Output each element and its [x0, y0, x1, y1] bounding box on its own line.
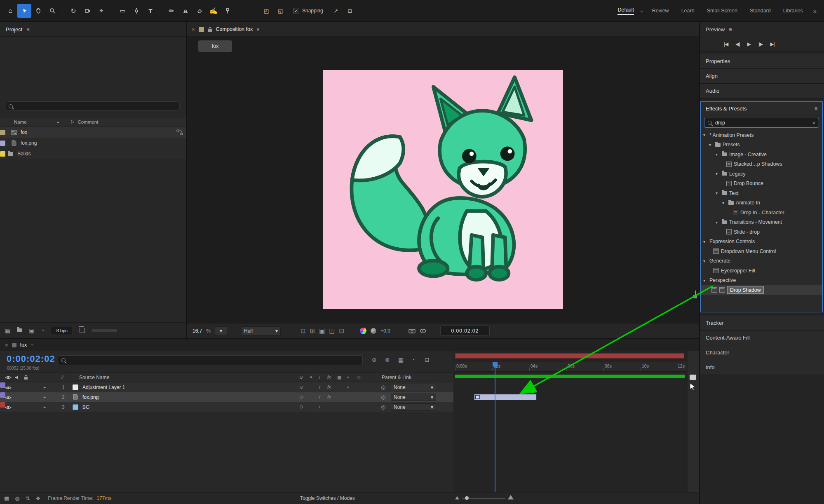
first-frame-button[interactable]: |◀ [724, 41, 728, 47]
lock-icon[interactable] [208, 27, 212, 32]
tree-item-dropdown-menu-control[interactable]: Dropdown Menu Control [701, 246, 822, 256]
zoom-tool-icon[interactable] [45, 4, 59, 18]
workspace-small-screen[interactable]: Small Screen [707, 8, 737, 14]
show-snapshot-icon[interactable] [420, 328, 426, 333]
mask-mode-b-icon[interactable]: ◱ [273, 4, 287, 18]
work-area-bar[interactable] [455, 375, 685, 378]
composition-viewer[interactable]: fox [187, 36, 699, 323]
chevron-down-icon[interactable]: ▾ [716, 171, 720, 176]
label-color-chip[interactable] [0, 151, 5, 157]
workspace-learn[interactable]: Learn [681, 8, 695, 14]
collapse-switch[interactable]: ⊙ [299, 394, 303, 400]
layer-color-chip[interactable] [0, 392, 5, 398]
pickwhip-icon[interactable]: ◎ [381, 404, 385, 410]
fx-switch[interactable]: fx [327, 394, 331, 399]
quality-switch[interactable]: / [319, 404, 320, 409]
chevron-down-icon[interactable]: ▾ [716, 152, 720, 157]
audio-column-icon[interactable] [15, 375, 20, 380]
layer-color-chip[interactable] [0, 382, 5, 388]
composition-tab-title[interactable]: Composition fox [216, 26, 253, 32]
render-queue-icon[interactable]: ◍ [15, 495, 19, 502]
settings-icon[interactable]: ❖ [36, 495, 41, 502]
parent-dropdown[interactable]: None ▾ [391, 403, 436, 411]
snap-angle-icon[interactable]: ↗ [329, 4, 343, 18]
play-button[interactable]: ▶ [747, 41, 751, 47]
fx-switch[interactable]: fx [327, 384, 331, 389]
resolution-dropdown[interactable]: Half ▾ [241, 326, 281, 335]
chevron-down-icon[interactable]: ▾ [722, 201, 726, 205]
chevron-down-icon[interactable]: ▾ [709, 143, 713, 147]
guides-icon[interactable]: ⊟ [339, 327, 345, 335]
roto-brush-tool-icon[interactable]: ✍ [207, 4, 221, 18]
project-panel-menu-icon[interactable]: ≡ [26, 26, 29, 32]
project-row-fox-png[interactable]: fox.png [0, 138, 186, 148]
layer-row-bg[interactable]: ▸ 3 BG ⊙ / ◎ None ▾ [0, 402, 453, 412]
close-icon[interactable]: × [192, 26, 195, 33]
audio-panel-header[interactable]: Audio [700, 84, 824, 98]
comp-breadcrumb-button[interactable]: fox [198, 40, 232, 52]
mask-mode-a-icon[interactable]: ◰ [259, 4, 273, 18]
playhead-line[interactable] [495, 362, 495, 492]
tree-item-perspective[interactable]: ▾ Perspective [701, 276, 822, 286]
layer-color-chip[interactable] [0, 402, 5, 408]
interpret-footage-icon[interactable]: ▦ [5, 327, 10, 334]
item-name[interactable]: Solids [17, 151, 31, 157]
zoom-dropdown[interactable]: ▾ [215, 326, 227, 335]
quality-switch[interactable]: / [319, 384, 320, 389]
lock-column-icon[interactable] [24, 375, 28, 380]
pickwhip-icon[interactable]: ◎ [381, 394, 385, 400]
chevron-down-icon[interactable]: ▾ [703, 259, 707, 263]
tree-item-text[interactable]: ▾ Text [701, 188, 822, 198]
effects-search-input[interactable] [714, 120, 810, 126]
chevron-down-icon[interactable]: ▾ [703, 278, 707, 283]
tracker-panel-header[interactable]: Tracker [700, 316, 824, 331]
snapshot-camera-icon[interactable] [408, 328, 416, 333]
workspace-overflow-icon[interactable]: » [813, 7, 817, 14]
tree-item-drop-in-character[interactable]: Drop In…Character [701, 208, 822, 218]
snap-bounds-icon[interactable]: ⊡ [343, 4, 357, 18]
zoom-in-mountain-icon[interactable] [508, 495, 514, 499]
tree-item-animate-in[interactable]: ▾ Animate In [701, 198, 822, 208]
segment-handle[interactable] [475, 395, 480, 399]
exposure-value[interactable]: +0,0 [380, 328, 390, 334]
item-name[interactable]: fox [21, 129, 27, 135]
adjustment-switch[interactable]: ◐ [347, 384, 350, 389]
timeline-zoom-handle[interactable] [465, 496, 469, 500]
workspace-menu-icon[interactable]: ≡ [640, 8, 643, 14]
eye-icon[interactable] [5, 406, 12, 410]
eye-icon[interactable] [5, 386, 12, 390]
quality-switch[interactable]: / [319, 394, 320, 399]
collapse-switch[interactable]: ⊙ [299, 384, 303, 390]
tree-item-drop-bounce[interactable]: Drop Bounce [701, 179, 822, 189]
tree-item-drop-shadow[interactable]: Drop Shadow [701, 285, 822, 295]
selection-tool-icon[interactable]: ➤ [17, 4, 31, 18]
info-panel-header[interactable]: Info [700, 360, 824, 375]
tree-item-image-creative[interactable]: ▾ Image - Creative [701, 150, 822, 159]
zoom-out-mountain-icon[interactable] [455, 496, 459, 499]
workspace-libraries[interactable]: Libraries [783, 8, 803, 14]
expand-chevron-icon[interactable]: ▸ [44, 385, 46, 389]
parent-dropdown[interactable]: None ▾ [391, 394, 436, 401]
effects-panel-menu-icon[interactable]: ≡ [815, 105, 817, 111]
label-color-chip[interactable] [0, 141, 5, 146]
source-name-column[interactable]: Source Name [79, 375, 109, 380]
eye-column-icon[interactable] [5, 375, 12, 380]
new-folder-icon[interactable] [17, 328, 22, 332]
collapse-switch[interactable]: ⊙ [299, 404, 303, 410]
region-of-interest-icon[interactable]: ▣ [319, 327, 325, 335]
timeline-tab-title[interactable]: fox [20, 342, 27, 348]
home-icon[interactable]: ⌂ [3, 4, 17, 18]
preview-panel-header[interactable]: Preview ≡ [700, 22, 824, 37]
draft-3d-icon[interactable]: ⊗ [385, 356, 390, 363]
comp-panel-menu-icon[interactable]: ≡ [256, 26, 259, 32]
effects-search[interactable]: × [704, 118, 819, 128]
tree-item-expression-controls[interactable]: ▾ Expression Controls [701, 237, 822, 247]
puppet-pin-tool-icon[interactable] [221, 4, 235, 18]
zoom-level-value[interactable]: 16,7 [193, 328, 202, 334]
previous-frame-button[interactable]: ◀| [735, 41, 739, 47]
color-depth-button[interactable]: 8 bpc [51, 326, 73, 335]
preview-menu-icon[interactable]: ≡ [729, 26, 732, 33]
pickwhip-icon[interactable]: ◎ [381, 384, 385, 390]
project-row-fox[interactable]: fox [0, 127, 186, 138]
shy-layers-icon[interactable]: ▦ [398, 356, 404, 363]
